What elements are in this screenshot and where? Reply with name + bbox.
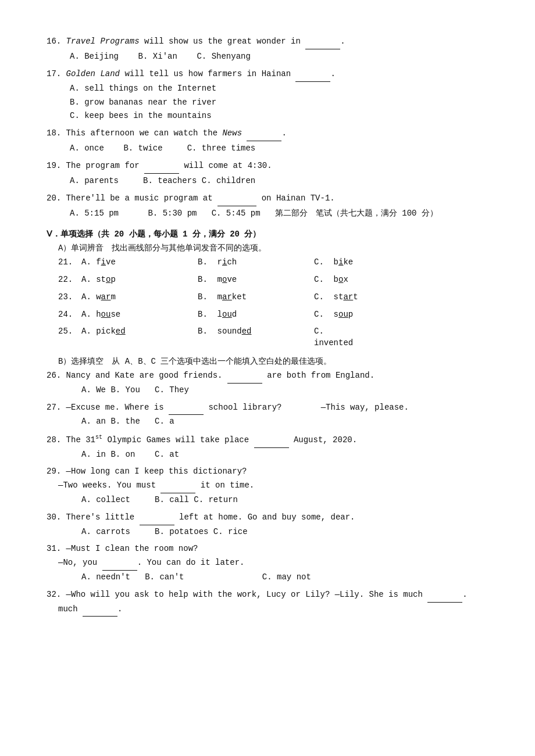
section-5: Ⅴ．单项选择（共 20 小题，每小题 1 分，满分 20 分） A）单词辨音 找… <box>47 229 488 617</box>
q17-blank <box>295 67 330 82</box>
q22-A: A. stop <box>81 273 198 287</box>
q19-options: A. parents B. teachers C. children <box>70 174 488 188</box>
q20-blank <box>217 192 256 206</box>
q18-text: This afternoon we can watch the News . <box>66 128 287 138</box>
exam-content: 16. Travel Programs will show us the gre… <box>47 35 488 617</box>
q17-number: 17. <box>47 69 66 78</box>
q19-number: 19. <box>47 161 66 170</box>
q32-blank <box>427 588 462 603</box>
question-19: 19. The program for will come at 4:30. A… <box>47 159 488 188</box>
question-29: 29. —How long can I keep this dictionary… <box>47 465 488 507</box>
question-32: 32. —Who will you ask to help with the w… <box>47 588 488 617</box>
q25-A: A. picked <box>81 325 198 339</box>
question-30: 30. There's little left at home. Go and … <box>47 511 488 539</box>
q16-number: 16. <box>47 37 66 46</box>
q27-text: —Excuse me. Where is school library? —Th… <box>66 403 409 412</box>
q16-text: will show us the great wonder in . <box>140 37 345 46</box>
question-28: 28. The 31st Olympic Games will take pla… <box>47 432 488 461</box>
q23-num: 23. <box>58 291 81 304</box>
q20-text: There'll be a music program at on Hainan… <box>66 194 335 203</box>
q32-num: 32. <box>47 590 66 599</box>
q24-C: C. soup <box>314 308 430 322</box>
q24-A: A. house <box>81 308 198 322</box>
question-20: 20. There'll be a music program at on Ha… <box>47 192 488 221</box>
question-26: 26. Nancy and Kate are good friends. are… <box>47 369 488 397</box>
q22-B: B. move <box>198 273 314 287</box>
q23-B: B. market <box>198 291 314 304</box>
q26-blank <box>227 369 262 384</box>
q16-blank <box>305 35 340 49</box>
q31-options: A. needn't B. can't C. may not <box>81 571 488 585</box>
q18-number: 18. <box>47 128 66 138</box>
question-24: 24. A. house B. loud C. soup <box>47 308 488 322</box>
q29-num: 29. <box>47 467 66 476</box>
q31-blank <box>102 556 137 571</box>
q27-options: A. an B. the C. a <box>81 415 488 429</box>
question-23: 23. A. warm B. market C. start <box>47 291 488 304</box>
q21-B: B. rich <box>198 256 314 270</box>
q17-text: will tell us how farmers in Hainan . <box>120 69 336 78</box>
q17-optB: B. grow bananas near the river <box>70 96 488 110</box>
q26-text: Nancy and Kate are good friends. are bot… <box>66 371 374 380</box>
q30-options: A. carrots B. potatoes C. rice <box>81 525 488 539</box>
question-21: 21. A. five B. rich C. bike <box>47 256 488 270</box>
q30-blank <box>140 511 174 525</box>
q29-response: —Two weeks. You must it on time. <box>58 479 488 493</box>
q17-optC: C. keep bees in the mountains <box>70 109 488 123</box>
question-25: 25. A. picked B. sounded C. invented <box>47 325 488 350</box>
section5-header: Ⅴ．单项选择（共 20 小题，每小题 1 分，满分 20 分） <box>47 229 488 239</box>
question-18: 18. This afternoon we can watch the News… <box>47 127 488 156</box>
q29-blank <box>160 479 195 493</box>
q25-B: B. sounded <box>198 325 314 339</box>
q32-continuation: much . <box>58 603 488 617</box>
question-17: 17. Golden Land will tell us how farmers… <box>47 67 488 123</box>
q23-A: A. warm <box>81 291 198 304</box>
q20-number: 20. <box>47 194 66 203</box>
q16-options: A. Beijing B. Xi'an C. Shenyang <box>70 49 488 64</box>
q21-C: C. bike <box>314 256 430 270</box>
q29-options: A. collect B. call C. return <box>81 493 488 507</box>
question-31: 31. —Must I clean the room now? —No, you… <box>47 542 488 584</box>
q22-C: C. box <box>314 273 430 287</box>
subB-header: B）选择填空 从 A、B、C 三个选项中选出一个能填入空白处的最佳选项。 <box>58 356 488 367</box>
q18-blank <box>247 127 281 141</box>
q29-text: —How long can I keep this dictionary? <box>66 467 247 476</box>
q31-text: —Must I clean the room now? <box>66 544 198 553</box>
q17-italic: Golden Land <box>66 69 120 78</box>
q26-num: 26. <box>47 371 66 380</box>
q28-options: A. in B. on C. at <box>81 448 488 462</box>
q30-num: 30. <box>47 513 66 522</box>
q19-text: The program for will come at 4:30. <box>66 161 272 170</box>
q24-B: B. loud <box>198 308 314 322</box>
q23-C: C. start <box>314 291 430 304</box>
q20-options: A. 5:15 pm B. 5:30 pm C. 5:45 pm 第二部分 笔试… <box>70 206 488 221</box>
q32-text: —Who will you ask to help with the work,… <box>66 590 468 599</box>
subA-header: A）单词辨音 找出画线部分与其他单词发音不同的选项。 <box>58 243 488 253</box>
q18-options: A. once B. twice C. three times <box>70 141 488 156</box>
q32-blank2 <box>83 603 117 617</box>
q27-blank <box>169 401 204 415</box>
q25-num: 25. <box>58 325 81 339</box>
q28-text: The 31st Olympic Games will take place A… <box>66 435 358 445</box>
q17-optA: A. sell things on the Internet <box>70 82 488 96</box>
question-22: 22. A. stop B. move C. box <box>47 273 488 287</box>
q19-blank <box>144 159 179 174</box>
q28-num: 28. <box>47 435 66 445</box>
q31-num: 31. <box>47 544 66 553</box>
q30-text: There's little left at home. Go and buy … <box>66 513 355 522</box>
q16-italic: Travel Programs <box>66 37 140 46</box>
q26-options: A. We B. You C. They <box>81 384 488 397</box>
q28-blank <box>254 433 289 448</box>
q24-num: 24. <box>58 308 81 322</box>
q31-response: —No, you . You can do it later. <box>58 556 488 571</box>
q27-num: 27. <box>47 403 66 412</box>
q22-num: 22. <box>58 273 81 287</box>
q21-num: 21. <box>58 256 81 270</box>
q21-A: A. five <box>81 256 198 270</box>
question-16: 16. Travel Programs will show us the gre… <box>47 35 488 64</box>
question-27: 27. —Excuse me. Where is school library?… <box>47 401 488 429</box>
